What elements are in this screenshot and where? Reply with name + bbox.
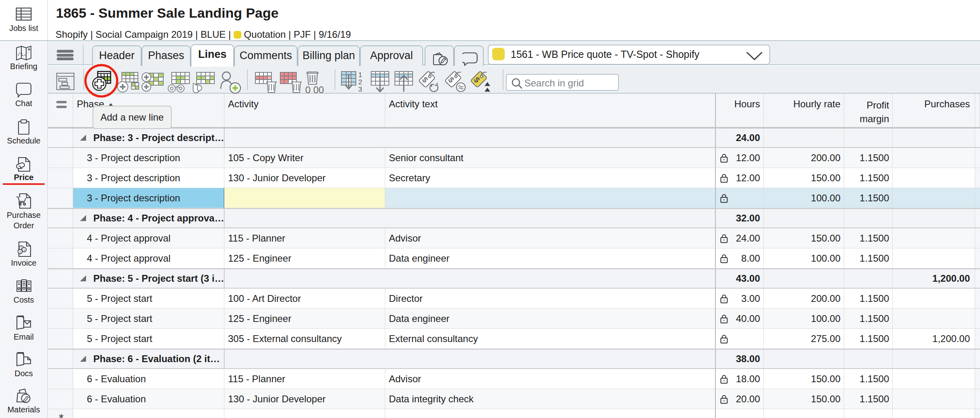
svg-text:1: 1	[21, 246, 23, 250]
svg-text:1: 1	[358, 71, 362, 79]
svg-text:1: 1	[19, 250, 21, 254]
svg-text:1: 1	[23, 248, 25, 252]
svg-text:2: 2	[358, 78, 362, 86]
svg-text:3: 3	[358, 86, 362, 93]
